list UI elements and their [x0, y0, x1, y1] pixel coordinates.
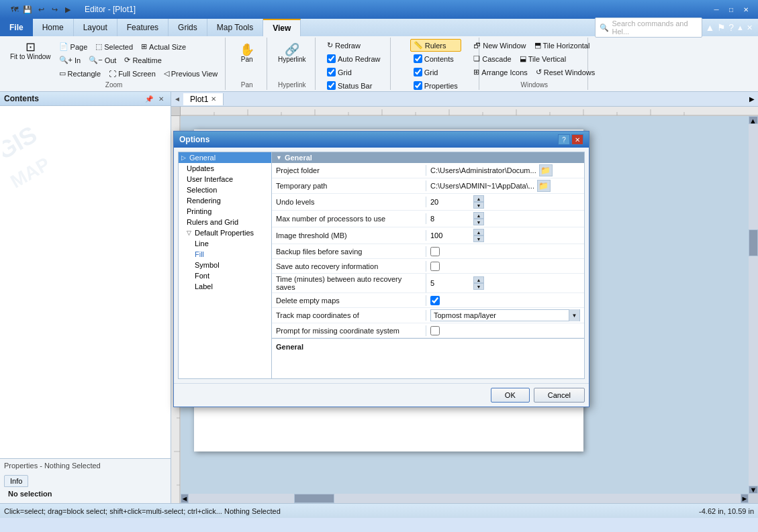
tree-item-selection[interactable]: Selection: [179, 184, 271, 195]
tree-item-label[interactable]: Label: [179, 281, 271, 292]
tab-map-tools[interactable]: Map Tools: [207, 19, 263, 36]
rulers-btn[interactable]: 📏 Rulers: [410, 39, 461, 52]
scroll-h-thumb[interactable]: [294, 494, 334, 503]
redraw-status-check[interactable]: [327, 81, 336, 90]
zoom-out-btn[interactable]: 🔍− Out: [85, 54, 120, 66]
scroll-left-btn[interactable]: ◄: [181, 494, 189, 503]
scroll-down-btn[interactable]: ▼: [749, 486, 758, 494]
tree-item-rulers-grid[interactable]: Rulers and Grid: [179, 217, 271, 227]
interval-spin-up[interactable]: ▲: [473, 276, 484, 283]
tile-vertical-btn[interactable]: ⬓ Tile Vertical: [516, 52, 569, 65]
tree-item-rendering[interactable]: Rendering: [179, 195, 271, 206]
track-coords-dropdown[interactable]: Topmost map/layer ▼: [430, 309, 580, 321]
tree-item-default-props[interactable]: ▽ Default Properties: [179, 227, 271, 238]
undo-btn[interactable]: ↩: [35, 3, 47, 15]
help-btn[interactable]: ?: [728, 22, 734, 33]
tree-item-updates[interactable]: Updates: [179, 163, 271, 174]
tab-layout[interactable]: Layout: [74, 19, 117, 36]
contents-btn[interactable]: Contents: [410, 52, 461, 65]
redraw-status-btn[interactable]: Status Bar: [324, 79, 384, 92]
full-screen-btn[interactable]: ⛶ Full Screen: [105, 67, 159, 80]
page-btn[interactable]: 📄 Page: [56, 40, 91, 53]
auto-redraw-check[interactable]: [327, 54, 336, 63]
help-arrow[interactable]: ▲: [705, 22, 714, 33]
tab-expand-btn[interactable]: ▶: [746, 93, 758, 105]
scroll-up-btn[interactable]: ▲: [749, 116, 758, 124]
ok-button[interactable]: OK: [491, 388, 530, 403]
undo-levels-input[interactable]: [430, 198, 471, 206]
track-coords-dropdown-btn[interactable]: ▼: [569, 309, 579, 321]
pin-btn[interactable]: 📌: [144, 94, 154, 103]
ribbon-min-btn[interactable]: ▲: [737, 23, 744, 32]
tree-item-general[interactable]: ▷ General: [179, 152, 271, 163]
tree-item-font[interactable]: Font: [179, 270, 271, 281]
auto-recovery-check[interactable]: [430, 262, 440, 271]
redraw-btn[interactable]: ↻ Redraw: [324, 39, 384, 52]
dialog-help-btn[interactable]: ?: [558, 134, 570, 145]
tab-file[interactable]: File: [0, 19, 33, 36]
properties-check[interactable]: [414, 81, 422, 90]
delete-empty-check[interactable]: [430, 296, 440, 305]
browse-temp-btn[interactable]: 📁: [537, 180, 551, 192]
interval-spin-down[interactable]: ▼: [473, 283, 484, 290]
tab-home[interactable]: Home: [33, 19, 74, 36]
tab-nav-left[interactable]: ◄: [171, 93, 183, 105]
rectangle-btn[interactable]: ▭ Rectangle: [56, 67, 105, 80]
realtime-btn[interactable]: ⟳ Realtime: [121, 54, 164, 66]
contents-check[interactable]: [414, 54, 422, 63]
horizontal-scrollbar[interactable]: ◄ ►: [181, 494, 749, 503]
properties-btn[interactable]: Properties: [410, 79, 461, 92]
browse-project-btn[interactable]: 📁: [539, 164, 553, 176]
tree-item-symbol[interactable]: Symbol: [179, 260, 271, 270]
save-btn[interactable]: 💾: [21, 3, 34, 15]
grid-btn[interactable]: Grid: [410, 66, 461, 78]
close-btn[interactable]: ✕: [739, 4, 753, 15]
arrange-icons-btn[interactable]: ⊞ Arrange Icons: [470, 66, 530, 78]
thresh-spin-up[interactable]: ▲: [473, 229, 484, 235]
undo-spin-up[interactable]: ▲: [473, 195, 484, 202]
contents-close-btn[interactable]: ✕: [156, 94, 167, 103]
selected-btn[interactable]: ⬚ Selected: [92, 40, 136, 53]
cancel-button[interactable]: Cancel: [534, 388, 585, 403]
tree-item-user-interface[interactable]: User Interface: [179, 174, 271, 184]
map-tab-plot1[interactable]: Plot1 ✕: [183, 93, 224, 105]
zoom-in-btn[interactable]: 🔍+ In: [56, 54, 85, 66]
search-box[interactable]: Search commands and Hel...: [612, 19, 698, 36]
scroll-v-thumb[interactable]: [749, 229, 758, 256]
previous-view-btn[interactable]: ◁ Previous View: [160, 67, 222, 80]
proc-spin-up[interactable]: ▲: [473, 212, 484, 219]
scroll-right-btn[interactable]: ►: [741, 494, 749, 503]
redraw-grid-btn[interactable]: Grid: [324, 66, 384, 78]
image-threshold-input[interactable]: [430, 231, 471, 240]
reset-windows-btn[interactable]: ↺ Reset Windows: [532, 66, 598, 78]
tree-item-fill[interactable]: Fill: [179, 249, 271, 260]
thresh-spin-down[interactable]: ▼: [473, 235, 484, 242]
tab-features[interactable]: Features: [117, 19, 169, 36]
pan-btn[interactable]: ✋ Pan: [236, 42, 258, 65]
processors-input[interactable]: [430, 215, 471, 223]
maximize-btn[interactable]: □: [724, 4, 738, 15]
redraw-grid-check[interactable]: [327, 68, 336, 76]
new-window-btn[interactable]: 🗗 New Window: [470, 39, 529, 52]
options-section-header[interactable]: ▼ General: [272, 152, 584, 163]
actual-size-btn[interactable]: ⊞ Actual Size: [138, 40, 189, 53]
tree-item-printing[interactable]: Printing: [179, 206, 271, 217]
hyperlink-btn[interactable]: 🔗 Hyperlink: [275, 42, 310, 65]
run-btn[interactable]: ▶: [62, 3, 74, 15]
recovery-interval-input[interactable]: [430, 279, 471, 287]
minimize-btn[interactable]: ─: [710, 4, 723, 15]
dialog-close-btn[interactable]: ✕: [571, 134, 583, 145]
auto-redraw-btn[interactable]: Auto Redraw: [324, 52, 384, 65]
tab-view[interactable]: View: [263, 19, 301, 36]
proc-spin-down[interactable]: ▼: [473, 219, 484, 225]
fit-to-window-btn[interactable]: ⊡ Fit to Window: [7, 39, 54, 62]
info-tab[interactable]: Info: [4, 475, 28, 487]
ribbon-close-btn[interactable]: ✕: [747, 23, 753, 32]
undo-spin-down[interactable]: ▼: [473, 202, 484, 209]
grid-check[interactable]: [414, 68, 422, 76]
flag-icon[interactable]: ⚑: [717, 22, 726, 33]
redo-btn[interactable]: ↪: [48, 3, 60, 15]
tab-close-btn[interactable]: ✕: [211, 95, 216, 103]
tab-grids[interactable]: Grids: [169, 19, 207, 36]
tile-horizontal-btn[interactable]: ⬒ Tile Horizontal: [531, 39, 594, 52]
